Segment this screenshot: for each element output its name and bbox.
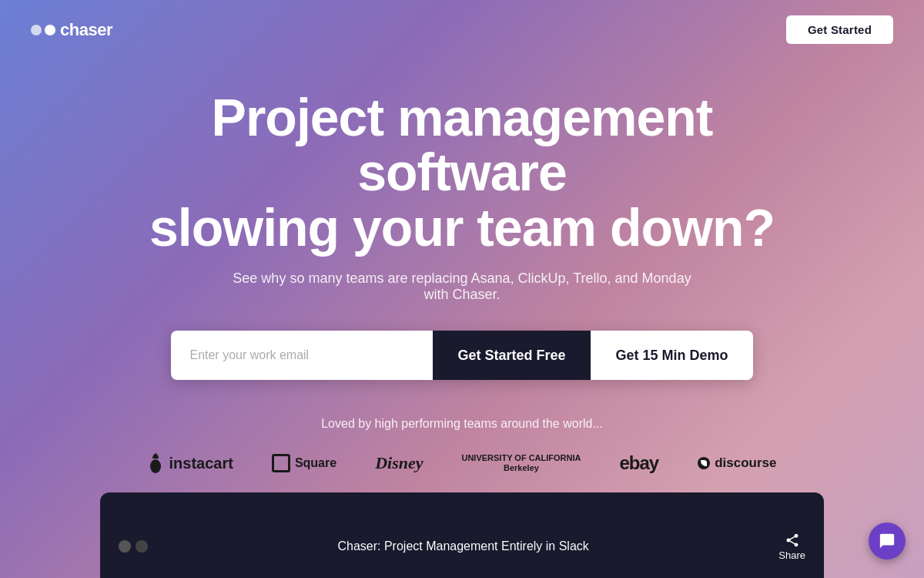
get-demo-button[interactable]: Get 15 Min Demo (591, 331, 753, 380)
chat-icon (879, 533, 896, 549)
square-logo: Square (272, 454, 336, 472)
berkeley-logo: UNIVERSITY OF CALIFORNIABerkeley (461, 453, 581, 473)
instacart-carrot-icon (148, 453, 163, 473)
logo-dot-2 (45, 25, 55, 35)
discourse-logo: discourse (697, 455, 776, 471)
disney-label: Disney (375, 453, 423, 473)
get-started-free-button[interactable]: Get Started Free (433, 331, 590, 380)
video-share-button[interactable]: Share (778, 533, 805, 561)
navbar: chaser Get Started (0, 0, 924, 59)
hero-content: Project management software slowing your… (0, 59, 924, 578)
cta-row: Get Started Free Get 15 Min Demo (171, 331, 752, 380)
logo-dot-1 (31, 25, 42, 35)
instacart-label: instacart (169, 455, 233, 472)
hero-section: chaser Get Started Project management so… (0, 0, 924, 578)
berkeley-label: UNIVERSITY OF CALIFORNIABerkeley (461, 453, 581, 473)
video-player: Chaser: Project Management Entirely in S… (100, 492, 824, 578)
share-label: Share (778, 549, 805, 561)
discourse-icon (697, 456, 711, 470)
square-box-icon (272, 454, 290, 472)
hero-title: Project management software slowing your… (116, 90, 808, 255)
chat-support-button[interactable] (869, 523, 906, 560)
video-dots (119, 540, 148, 553)
email-input[interactable] (171, 331, 433, 380)
logo-dots (31, 25, 55, 35)
nav-get-started-button[interactable]: Get Started (786, 15, 893, 44)
ebay-label: ebay (619, 452, 658, 474)
hero-subtitle: See why so many teams are replacing Asan… (231, 271, 693, 303)
video-dot-2 (136, 540, 148, 553)
hero-title-line1: Project management software (212, 88, 713, 201)
logo-text: chaser (60, 20, 112, 40)
logo: chaser (31, 20, 112, 40)
social-proof-text: Loved by high performing teams around th… (321, 417, 603, 431)
instacart-logo: instacart (148, 453, 233, 473)
share-icon (785, 533, 800, 548)
square-label: Square (295, 456, 336, 470)
hero-title-line2: slowing your team down? (149, 198, 775, 257)
video-dot-1 (119, 540, 131, 553)
ebay-logo: ebay (619, 452, 658, 474)
video-title: Chaser: Project Management Entirely in S… (160, 539, 766, 553)
disney-logo: Disney (375, 453, 423, 473)
svg-point-0 (150, 459, 161, 473)
brand-logos-row: instacart Square Disney UNIVERSITY OF CA… (148, 452, 777, 474)
discourse-label: discourse (715, 455, 776, 471)
